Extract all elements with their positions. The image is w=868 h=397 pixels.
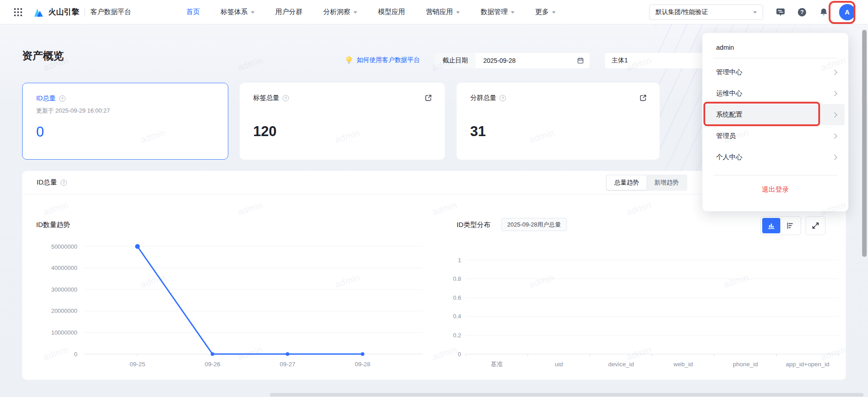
menu-username: admin: [703, 33, 848, 51]
end-date-value[interactable]: 2025-09-28: [476, 57, 577, 64]
menu-item-label: 管理中心: [716, 68, 742, 76]
tab-new-trend[interactable]: 新增趋势: [646, 175, 686, 190]
external-link-icon[interactable]: [423, 93, 433, 103]
tab-total-trend[interactable]: 总量趋势: [607, 175, 646, 190]
subject-select[interactable]: 主体1: [605, 53, 714, 68]
svg-text:phone_id: phone_id: [733, 361, 758, 368]
chevron-down-icon: [511, 11, 514, 15]
question-circle-icon[interactable]: ?: [59, 95, 66, 102]
user-dropdown-menu: admin 管理中心 运维中心 系统配置 管理员 个人中心 退出登录: [702, 33, 849, 212]
nav-item-label: 模型应用: [378, 8, 405, 16]
help-icon[interactable]: ?: [797, 7, 807, 18]
nav-item-analysis-insight[interactable]: 分析洞察: [323, 8, 357, 16]
chevron-right-icon: [832, 133, 837, 138]
chevron-down-icon: [552, 11, 556, 15]
chevron-right-icon: [832, 70, 837, 75]
calendar-icon[interactable]: [577, 57, 584, 64]
nav-item-more[interactable]: 更多: [535, 8, 556, 16]
svg-text:0: 0: [74, 351, 77, 358]
svg-text:?: ?: [800, 9, 804, 15]
svg-text:09-25: 09-25: [130, 361, 146, 368]
id-type-chart-title: ID类型分布: [457, 221, 491, 229]
nav-item-label: 用户分群: [275, 8, 302, 16]
svg-text:30000000: 30000000: [51, 286, 77, 293]
menu-item-label: 管理员: [716, 132, 736, 140]
svg-text:app_id+open_id: app_id+open_id: [786, 361, 829, 368]
menu-items: 管理中心 运维中心 系统配置 管理员 个人中心: [703, 61, 848, 168]
user-avatar[interactable]: A: [839, 4, 855, 20]
brand-divider: [85, 8, 85, 16]
external-link-icon[interactable]: [638, 93, 648, 103]
nav-item-model-apps[interactable]: 模型应用: [378, 8, 405, 16]
subject-select-value: 主体1: [612, 57, 628, 65]
card-segment-total[interactable]: 分群总量 ? 31: [457, 83, 660, 160]
panel-title: ID总量: [37, 178, 57, 187]
trend-tabs: 总量趋势 新增趋势: [606, 175, 687, 191]
id-type-chart-svg: 00.20.40.60.81基准uiddevice_idweb_idphone_…: [450, 237, 848, 378]
horizontal-bars-icon-button[interactable]: [781, 218, 799, 233]
svg-text:0.6: 0.6: [453, 294, 461, 301]
svg-text:web_id: web_id: [673, 361, 693, 368]
end-date-picker[interactable]: 截止日期 2025-09-28: [435, 53, 590, 68]
brand-name: 火山引擎: [48, 7, 79, 17]
svg-text:50000000: 50000000: [51, 243, 77, 250]
svg-text:device_id: device_id: [608, 361, 634, 368]
svg-text:0: 0: [458, 351, 461, 358]
menu-item-personal-center[interactable]: 个人中心: [706, 147, 844, 168]
svg-text:10000000: 10000000: [51, 329, 77, 336]
id-trend-chart-svg: 0100000002000000030000000400000005000000…: [34, 237, 436, 378]
card-title: ID总量: [36, 94, 56, 103]
svg-text:0.8: 0.8: [453, 275, 461, 282]
lightbulb-icon: [345, 56, 353, 65]
nav-item-home[interactable]: 首页: [186, 8, 200, 16]
question-circle-icon[interactable]: ?: [61, 180, 67, 186]
workspace-select[interactable]: 默认集团/性能验证: [649, 5, 763, 20]
card-title: 标签总量: [253, 94, 279, 102]
question-circle-icon[interactable]: ?: [500, 95, 506, 101]
nav-item-label: 更多: [535, 8, 549, 16]
horizontal-scrollbar[interactable]: [270, 393, 863, 397]
menu-item-ops-center[interactable]: 运维中心: [706, 83, 844, 104]
card-title: 分群总量: [470, 94, 496, 102]
bar-chart-icon-button[interactable]: [762, 218, 780, 233]
page-title: 资产概览: [22, 49, 64, 63]
logout-button[interactable]: 退出登录: [703, 185, 848, 194]
svg-text:0.4: 0.4: [453, 313, 461, 320]
nav-item-marketing-apps[interactable]: 营销应用: [426, 8, 460, 16]
menu-item-admin-center[interactable]: 管理中心: [706, 61, 844, 83]
card-id-total[interactable]: ID总量 ? 更新于 2025-09-29 16:00:27 0: [22, 83, 228, 160]
notifications-bell-icon[interactable]: [818, 7, 829, 18]
nav-item-label: 营销应用: [426, 8, 453, 16]
card-value: 0: [36, 124, 44, 140]
end-date-label: 截止日期: [435, 53, 476, 68]
menu-item-system-config[interactable]: 系统配置: [706, 104, 844, 125]
chevron-right-icon: [832, 112, 837, 117]
nav-item-tag-system[interactable]: 标签体系: [221, 8, 255, 16]
svg-text:20000000: 20000000: [51, 307, 77, 314]
menu-item-label: 系统配置: [716, 110, 742, 119]
apps-grid-icon[interactable]: [14, 7, 24, 17]
menu-divider: [713, 175, 837, 175]
vertical-scrollbar[interactable]: [862, 30, 867, 257]
menu-item-label: 运维中心: [716, 89, 742, 98]
question-circle-icon[interactable]: ?: [283, 95, 289, 101]
workspace-select-value: 默认集团/性能验证: [656, 8, 708, 16]
feedback-icon[interactable]: [775, 7, 786, 18]
chevron-down-icon: [753, 11, 757, 15]
menu-item-label: 个人中心: [716, 153, 742, 161]
svg-text:1: 1: [458, 257, 461, 264]
card-tag-total[interactable]: 标签总量 ? 120: [240, 83, 445, 160]
chevron-right-icon: [832, 91, 837, 96]
svg-text:基准: 基准: [491, 361, 503, 368]
chevron-down-icon: [251, 11, 255, 15]
nav-item-data-management[interactable]: 数据管理: [481, 8, 514, 16]
svg-text:09-26: 09-26: [205, 361, 221, 368]
nav-item-label: 数据管理: [481, 8, 508, 16]
menu-item-administrator[interactable]: 管理员: [706, 125, 844, 147]
expand-fullscreen-icon-button[interactable]: [806, 216, 826, 235]
main-nav: 首页 标签体系 用户分群 分析洞察 模型应用 营销应用 数据管理 更多: [186, 8, 556, 16]
help-doc-link[interactable]: 如何使用客户数据平台: [357, 56, 420, 64]
menu-divider: [713, 58, 837, 58]
card-value: 31: [470, 123, 486, 140]
nav-item-user-segments[interactable]: 用户分群: [275, 8, 302, 16]
